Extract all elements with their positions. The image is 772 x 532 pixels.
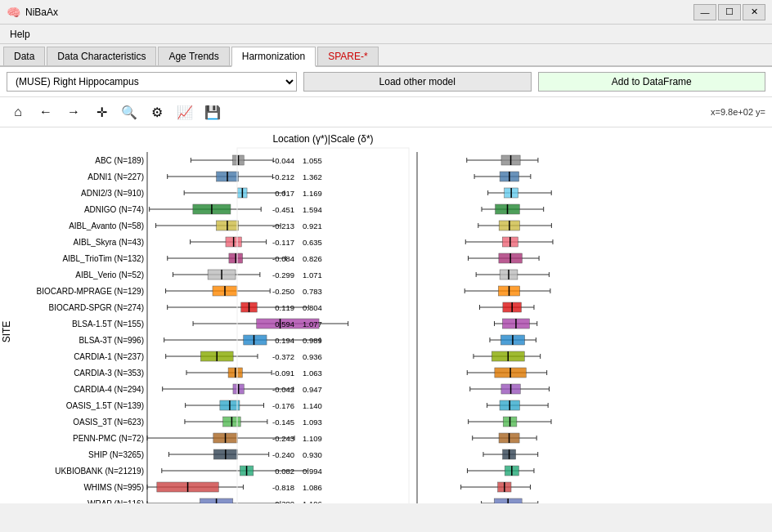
maximize-button[interactable]: ☐ bbox=[718, 4, 741, 20]
menu-help[interactable]: Help bbox=[3, 27, 37, 42]
roi-dropdown[interactable]: (MUSE) Right Hippocampus bbox=[7, 72, 297, 92]
svg-text:-0.212: -0.212 bbox=[272, 172, 294, 181]
zoom-icon[interactable]: 🔍 bbox=[118, 101, 141, 123]
minimize-button[interactable]: — bbox=[693, 4, 716, 20]
svg-text:1.140: 1.140 bbox=[303, 401, 322, 410]
svg-text:0.936: 0.936 bbox=[303, 352, 322, 361]
svg-text:-0.299: -0.299 bbox=[272, 270, 294, 279]
icon-toolbar: ⌂ ← → ✛ 🔍 ⚙ 📈 💾 x=9.8e+02 y= bbox=[0, 97, 772, 127]
svg-text:CARDIA-4 (N=294): CARDIA-4 (N=294) bbox=[74, 385, 144, 394]
add-dataframe-button[interactable]: Add to DataFrame bbox=[538, 72, 766, 92]
svg-text:1.071: 1.071 bbox=[303, 270, 322, 279]
svg-text:-0.091: -0.091 bbox=[272, 369, 294, 378]
title-bar: 🧠 NiBaAx — ☐ ✕ bbox=[0, 0, 772, 25]
svg-text:-0.250: -0.250 bbox=[272, 287, 294, 296]
tab-data[interactable]: Data bbox=[3, 47, 45, 65]
svg-text:1.055: 1.055 bbox=[303, 156, 322, 165]
svg-text:OASIS_3T (N=623): OASIS_3T (N=623) bbox=[73, 418, 144, 427]
tab-bar: Data Data Characteristics Age Trends Har… bbox=[0, 44, 772, 67]
svg-text:UKBIOBANK (N=21219): UKBIOBANK (N=21219) bbox=[55, 467, 144, 476]
save-icon[interactable]: 💾 bbox=[201, 101, 224, 123]
svg-text:0.804: 0.804 bbox=[303, 303, 322, 312]
svg-text:BIOCARD-MPRAGE (N=129): BIOCARD-MPRAGE (N=129) bbox=[37, 287, 144, 296]
svg-text:1.093: 1.093 bbox=[303, 418, 322, 427]
home-icon[interactable]: ⌂ bbox=[7, 101, 29, 123]
svg-text:0.994: 0.994 bbox=[303, 467, 322, 476]
svg-text:0.635: 0.635 bbox=[303, 238, 322, 247]
svg-text:0.082: 0.082 bbox=[275, 467, 294, 476]
tab-age-trends[interactable]: Age Trends bbox=[158, 47, 229, 65]
svg-text:CARDIA-1 (N=237): CARDIA-1 (N=237) bbox=[74, 352, 144, 361]
settings-icon[interactable]: ⚙ bbox=[146, 101, 168, 123]
svg-text:1.196: 1.196 bbox=[303, 499, 322, 503]
svg-text:-0.044: -0.044 bbox=[272, 156, 294, 165]
svg-text:1.109: 1.109 bbox=[303, 434, 322, 443]
svg-text:-0.818: -0.818 bbox=[272, 483, 294, 492]
svg-text:AIBL_Verio (N=52): AIBL_Verio (N=52) bbox=[75, 270, 144, 279]
svg-text:AIBL_TrioTim (N=132): AIBL_TrioTim (N=132) bbox=[62, 254, 144, 263]
toolbar: (MUSE) Right Hippocampus Load other mode… bbox=[0, 67, 772, 97]
tab-harmonization[interactable]: Harmonization bbox=[231, 47, 316, 67]
close-button[interactable]: ✕ bbox=[743, 4, 765, 20]
svg-text:1.063: 1.063 bbox=[303, 369, 322, 378]
svg-text:-0.042: -0.042 bbox=[272, 385, 294, 394]
svg-text:CARDIA-3 (N=353): CARDIA-3 (N=353) bbox=[74, 369, 144, 378]
svg-text:WHIMS (N=995): WHIMS (N=995) bbox=[83, 483, 144, 492]
svg-text:-0.240: -0.240 bbox=[272, 450, 294, 459]
svg-text:1.362: 1.362 bbox=[303, 172, 322, 181]
main-chart: Location (γ*)|Scale (δ*)SITEABC (N=189)-… bbox=[0, 127, 772, 503]
svg-text:0.594: 0.594 bbox=[275, 320, 294, 329]
svg-text:-0.372: -0.372 bbox=[272, 352, 294, 361]
svg-rect-149 bbox=[244, 335, 267, 345]
svg-text:ADNI2/3 (N=910): ADNI2/3 (N=910) bbox=[81, 189, 144, 198]
svg-text:0.930: 0.930 bbox=[303, 450, 322, 459]
load-model-button[interactable]: Load other model bbox=[303, 72, 532, 92]
svg-text:1.077: 1.077 bbox=[303, 320, 322, 329]
chart-container: Location (γ*)|Scale (δ*)SITEABC (N=189)-… bbox=[0, 127, 772, 503]
svg-text:BLSA-1.5T (N=155): BLSA-1.5T (N=155) bbox=[72, 320, 144, 329]
svg-text:-0.380: -0.380 bbox=[272, 499, 294, 503]
menu-bar: Help bbox=[0, 25, 772, 44]
main-content: Location (γ*)|Scale (δ*)SITEABC (N=189)-… bbox=[0, 127, 772, 503]
svg-text:ADNIGO (N=74): ADNIGO (N=74) bbox=[84, 205, 144, 214]
chart-icon[interactable]: 📈 bbox=[173, 101, 196, 123]
svg-text:AIBL_Skyra (N=43): AIBL_Skyra (N=43) bbox=[74, 238, 144, 247]
svg-text:-0.117: -0.117 bbox=[272, 238, 294, 247]
svg-text:0.783: 0.783 bbox=[303, 287, 322, 296]
svg-text:-0.243: -0.243 bbox=[272, 434, 294, 443]
tab-spare[interactable]: SPARE-* bbox=[317, 47, 378, 65]
svg-text:-0.213: -0.213 bbox=[272, 221, 294, 230]
svg-text:ABC (N=189): ABC (N=189) bbox=[95, 156, 144, 165]
svg-text:Location (γ*)|Scale (δ*): Location (γ*)|Scale (δ*) bbox=[272, 133, 373, 145]
svg-text:BLSA-3T (N=996): BLSA-3T (N=996) bbox=[79, 336, 144, 345]
svg-text:0.017: 0.017 bbox=[275, 189, 294, 198]
back-icon[interactable]: ← bbox=[34, 101, 57, 123]
svg-text:ADNI1 (N=227): ADNI1 (N=227) bbox=[88, 172, 144, 181]
svg-text:1.086: 1.086 bbox=[303, 483, 322, 492]
svg-text:-0.176: -0.176 bbox=[272, 401, 294, 410]
tab-data-characteristics[interactable]: Data Characteristics bbox=[47, 47, 156, 65]
pan-icon[interactable]: ✛ bbox=[90, 101, 113, 123]
svg-text:0.119: 0.119 bbox=[275, 303, 294, 312]
svg-text:WRAP (N=116): WRAP (N=116) bbox=[88, 499, 144, 503]
svg-text:0.826: 0.826 bbox=[303, 254, 322, 263]
svg-text:-0.084: -0.084 bbox=[272, 254, 294, 263]
app-title: NiBaAx bbox=[25, 7, 58, 18]
svg-text:BIOCARD-SPGR (N=274): BIOCARD-SPGR (N=274) bbox=[49, 303, 144, 312]
svg-text:0.194: 0.194 bbox=[275, 336, 294, 345]
svg-text:-0.145: -0.145 bbox=[272, 418, 294, 427]
coord-display: x=9.8e+02 y= bbox=[711, 107, 765, 117]
svg-text:1.169: 1.169 bbox=[303, 189, 322, 198]
svg-text:0.989: 0.989 bbox=[303, 336, 322, 345]
forward-icon[interactable]: → bbox=[62, 101, 85, 123]
svg-text:0.921: 0.921 bbox=[303, 221, 322, 230]
svg-text:SHIP (N=3265): SHIP (N=3265) bbox=[88, 450, 144, 459]
svg-text:SITE: SITE bbox=[1, 321, 12, 343]
svg-text:-0.451: -0.451 bbox=[272, 205, 294, 214]
svg-text:1.594: 1.594 bbox=[303, 205, 322, 214]
svg-text:PENN-PMC (N=72): PENN-PMC (N=72) bbox=[73, 434, 144, 443]
svg-text:OASIS_1.5T (N=139): OASIS_1.5T (N=139) bbox=[66, 401, 144, 410]
svg-text:AIBL_Avanto (N=58): AIBL_Avanto (N=58) bbox=[69, 221, 144, 230]
app-icon: 🧠 bbox=[7, 6, 20, 19]
svg-text:0.947: 0.947 bbox=[303, 385, 322, 394]
